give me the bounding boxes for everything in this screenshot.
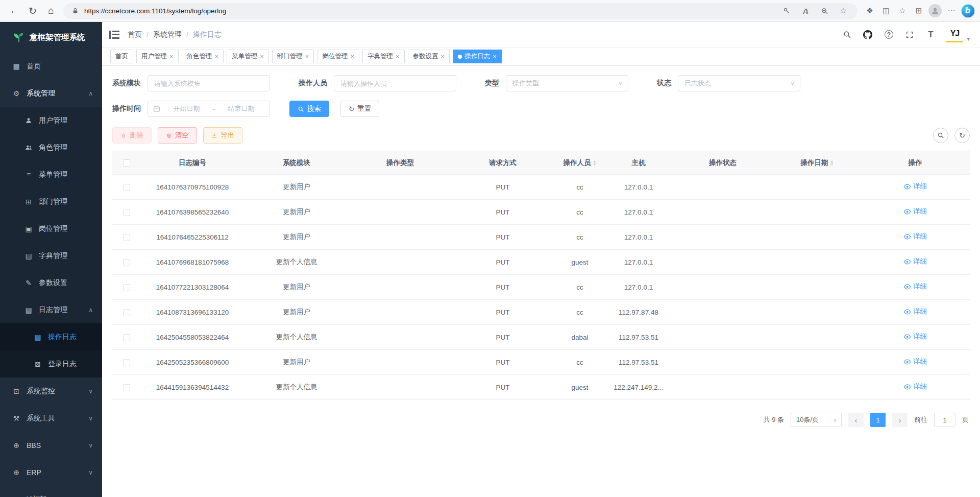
- sidebar-item-dept-management[interactable]: ⊞ 部门管理: [0, 188, 102, 215]
- sidebar-item-bbs[interactable]: ⊕ BBS ∨: [0, 432, 102, 459]
- password-key-icon[interactable]: [779, 4, 794, 18]
- bing-icon[interactable]: b: [961, 4, 975, 18]
- toggle-search-button[interactable]: [933, 128, 948, 143]
- home-icon[interactable]: ⌂: [42, 2, 60, 19]
- sidebar-item-post-management[interactable]: ▣ 岗位管理: [0, 215, 102, 242]
- sidebar-item-system-management[interactable]: ⚙ 系统管理 ∧: [0, 80, 102, 107]
- row-checkbox[interactable]: [123, 309, 130, 316]
- settings-menu-icon[interactable]: ⋯: [944, 4, 959, 18]
- next-page-button[interactable]: ›: [892, 413, 908, 427]
- close-icon[interactable]: ×: [441, 53, 445, 60]
- tab-dict-management[interactable]: 字典管理 ×: [362, 50, 405, 63]
- search-button[interactable]: 搜索: [289, 101, 329, 117]
- font-size-icon[interactable]: T: [925, 29, 936, 40]
- caret-down-icon[interactable]: ▾: [967, 36, 970, 42]
- collections-icon[interactable]: ⊞: [912, 4, 926, 18]
- tab-menu-management[interactable]: 菜单管理 ×: [227, 50, 269, 63]
- url-text[interactable]: https://ccnetcore.com:1101/system/log/op…: [84, 7, 226, 15]
- column-header-date[interactable]: 操作日期▲▼: [774, 151, 861, 175]
- eye-icon: [903, 183, 911, 191]
- breadcrumb-home[interactable]: 首页: [128, 30, 142, 39]
- row-checkbox[interactable]: [123, 184, 130, 191]
- row-checkbox[interactable]: [123, 384, 130, 391]
- detail-link[interactable]: 详细: [903, 307, 927, 316]
- refresh-table-button[interactable]: ↻: [954, 128, 970, 143]
- row-checkbox[interactable]: [123, 259, 130, 266]
- clear-button[interactable]: 清空: [158, 127, 197, 144]
- favorites-icon[interactable]: ☆: [895, 4, 910, 18]
- detail-link[interactable]: 详细: [903, 382, 927, 391]
- reload-icon[interactable]: ↻: [23, 2, 42, 19]
- github-icon[interactable]: [862, 29, 873, 40]
- tab-post-management[interactable]: 岗位管理 ×: [317, 50, 359, 63]
- back-icon[interactable]: ←: [5, 2, 23, 19]
- sidebar-item-home[interactable]: ▦ 首页: [0, 53, 102, 80]
- tab-user-management[interactable]: 用户管理 ×: [136, 50, 179, 63]
- sidebar-item-system-tools[interactable]: ⚒ 系统工具 ∨: [0, 405, 102, 432]
- page-number-button[interactable]: 1: [870, 413, 886, 427]
- close-icon[interactable]: ×: [305, 53, 309, 60]
- type-select[interactable]: 操作类型 ∨: [506, 75, 628, 91]
- detail-link[interactable]: 详细: [903, 332, 927, 341]
- status-select[interactable]: 日志状态 ∨: [678, 75, 800, 91]
- user-avatar-logo[interactable]: YJ: [946, 27, 963, 42]
- module-input[interactable]: [148, 75, 270, 91]
- sidebar-item-role-management[interactable]: 角色管理: [0, 134, 102, 161]
- tab-dept-management[interactable]: 部门管理 ×: [272, 50, 314, 63]
- row-checkbox[interactable]: [123, 284, 130, 291]
- detail-link[interactable]: 详细: [903, 282, 927, 291]
- add-favorite-icon[interactable]: ☆: [836, 4, 850, 18]
- row-checkbox[interactable]: [123, 334, 130, 341]
- close-icon[interactable]: ×: [260, 53, 264, 60]
- detail-link[interactable]: 详细: [903, 232, 927, 241]
- collapse-sidebar-icon[interactable]: [109, 31, 119, 39]
- column-header-operator[interactable]: 操作人员▲▼: [554, 151, 605, 175]
- help-icon[interactable]: ?: [883, 29, 894, 40]
- tab-role-management[interactable]: 角色管理 ×: [182, 50, 224, 63]
- sidebar-item-log-management[interactable]: ▤ 日志管理 ∧: [0, 296, 102, 323]
- breadcrumb-system-management[interactable]: 系统管理: [153, 30, 182, 39]
- detail-link[interactable]: 详细: [903, 357, 927, 366]
- delete-button[interactable]: 删除: [112, 127, 152, 144]
- zoom-out-icon[interactable]: [817, 4, 831, 18]
- export-button[interactable]: 导出: [203, 127, 242, 144]
- row-checkbox[interactable]: [123, 234, 130, 241]
- detail-link[interactable]: 详细: [903, 257, 927, 266]
- reset-button[interactable]: ↻ 重置: [340, 101, 379, 117]
- row-checkbox[interactable]: [123, 359, 130, 366]
- browser-essentials-icon[interactable]: ❖: [863, 4, 877, 18]
- address-bar[interactable]: https://ccnetcore.com:1101/system/log/op…: [63, 3, 857, 19]
- read-aloud-icon[interactable]: A): [798, 4, 813, 18]
- sidebar-item-erp[interactable]: ⊕ ERP ∨: [0, 459, 102, 486]
- sidebar-item-user-management[interactable]: 用户管理: [0, 107, 102, 134]
- date-range-picker[interactable]: 开始日期 - 结束日期: [148, 101, 270, 117]
- close-icon[interactable]: ×: [493, 53, 497, 60]
- close-icon[interactable]: ×: [396, 53, 400, 60]
- sidebar-item-operation-log[interactable]: ▤ 操作日志: [0, 323, 102, 350]
- tab-param-settings[interactable]: 参数设置 ×: [408, 50, 450, 63]
- close-icon[interactable]: ×: [169, 53, 174, 60]
- detail-link[interactable]: 详细: [903, 182, 927, 191]
- row-checkbox[interactable]: [123, 209, 130, 216]
- sidebar-item-dict-management[interactable]: ▤ 字典管理: [0, 242, 102, 269]
- detail-link[interactable]: 详细: [903, 207, 927, 216]
- goto-page-input[interactable]: [934, 413, 955, 427]
- sidebar-item-menu-management[interactable]: ≡ 菜单管理: [0, 161, 102, 188]
- search-icon[interactable]: [841, 29, 852, 40]
- close-icon[interactable]: ×: [350, 53, 354, 60]
- fullscreen-icon[interactable]: [904, 29, 915, 40]
- sidebar-item-login-log[interactable]: ⊠ 登录日志: [0, 350, 102, 377]
- app-logo[interactable]: 意框架管理系统: [0, 22, 102, 53]
- tab-home[interactable]: 首页: [110, 50, 133, 63]
- sidebar-item-system-monitor[interactable]: ⊡ 系统监控 ∨: [0, 377, 102, 405]
- sidebar-item-yi-framework[interactable]: ▶ Yi框架: [0, 486, 102, 497]
- sidebar-item-param-settings[interactable]: ✎ 参数设置: [0, 269, 102, 296]
- select-all-checkbox[interactable]: [123, 159, 130, 167]
- profile-avatar[interactable]: [928, 4, 942, 18]
- tab-operation-log[interactable]: 操作日志 ×: [453, 50, 502, 63]
- page-size-select[interactable]: 10条/页 ∨: [791, 413, 842, 427]
- close-icon[interactable]: ×: [215, 53, 219, 60]
- prev-page-button[interactable]: ‹: [848, 413, 864, 427]
- split-screen-icon[interactable]: ◫: [879, 4, 893, 18]
- operator-input[interactable]: [334, 75, 456, 91]
